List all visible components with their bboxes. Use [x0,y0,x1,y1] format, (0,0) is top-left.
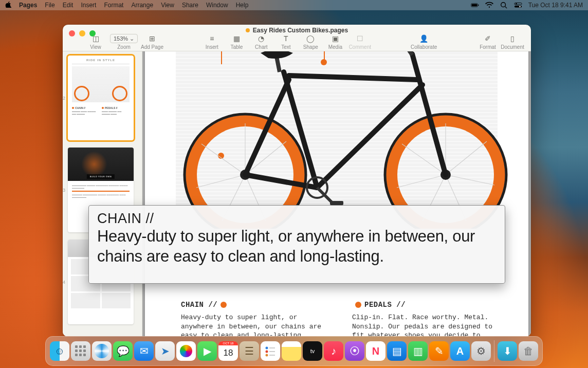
table-icon: ▦ [233,34,240,43]
svg-line-21 [446,141,487,175]
svg-rect-44 [79,349,82,352]
menu-format[interactable]: Format [104,2,123,9]
svg-rect-43 [75,349,78,352]
menu-share[interactable]: Share [182,2,198,9]
section-title: CHAIN // [181,301,217,309]
toolbar-text[interactable]: TText [273,34,298,50]
menu-window[interactable]: Window [206,2,228,9]
section-title: PEDALS // [364,301,406,309]
toolbar-zoom[interactable]: 153% ⌄Zoom [108,34,140,50]
zoom-value: 153% ⌄ [110,34,138,43]
dock-photos[interactable] [176,341,196,361]
spotlight-icon[interactable] [500,2,508,9]
dock-messages[interactable]: 💬 [113,341,133,361]
page-thumbnail-2[interactable]: RIDE IN STYLE CHAIN //▬▬▬▬ ▬▬▬ ▬▬▬▬ ▬▬ ▬… [68,56,134,140]
document-modified-icon [246,28,250,32]
svg-point-50 [266,351,268,353]
svg-rect-37 [330,201,343,205]
toolbar-media[interactable]: ▣Media [323,34,347,50]
svg-point-7 [516,3,517,4]
dock-calendar[interactable]: OCT 1818 [218,341,238,361]
bike-image[interactable] [176,51,498,229]
menu-app-name[interactable]: Pages [19,2,37,9]
section-body[interactable]: Heavy-duty to super light, or anywhere i… [181,313,326,337]
dock-pages[interactable]: ✎ [429,341,449,361]
svg-rect-47 [79,354,82,356]
control-center-icon[interactable] [514,2,522,9]
section-body[interactable]: Clip-in. Flat. Race worthy. Metal. Nonsl… [352,313,498,337]
pages-window: Easy Rides Custom Bikes.pages ◫View 153%… [63,25,531,337]
toolbar-format[interactable]: ✐Format [475,34,500,50]
svg-rect-45 [83,349,86,352]
document-icon: ▯ [510,34,514,43]
svg-rect-41 [79,345,82,348]
dock-launchpad[interactable] [71,341,90,361]
dock-safari[interactable] [92,341,112,361]
dock-facetime[interactable]: ▶ [197,341,217,361]
toolbar-table[interactable]: ▦Table [224,34,249,50]
calendar-day-label: 18 [224,348,233,358]
media-icon: ▣ [332,34,339,43]
apple-menu[interactable] [5,2,11,9]
chart-icon: ◔ [258,34,264,43]
thumb-number: 3 [63,188,65,193]
toolbar-view[interactable]: ◫View [83,34,108,50]
toolbar-document[interactable]: ▯Document [500,34,525,50]
svg-line-22 [446,175,494,185]
svg-line-25 [397,175,446,188]
wifi-icon[interactable] [485,2,493,9]
dock-finder[interactable]: ☺ [50,341,69,361]
svg-line-18 [196,175,245,188]
hover-text-title: CHAIN // [97,211,497,227]
menubar-clock[interactable]: Tue Oct 18 9:41 AM [528,2,583,9]
dock-news[interactable]: N [366,341,385,361]
menu-help[interactable]: Help [236,2,249,9]
menu-file[interactable]: File [45,2,54,9]
dock-mail[interactable]: ✉ [134,341,154,361]
menubar: Pages File Edit Insert Format Arrange Vi… [0,0,588,10]
brush-icon: ✐ [485,34,491,43]
svg-rect-2 [478,5,479,6]
menu-view[interactable]: View [161,2,174,9]
toolbar-shape[interactable]: ◯Shape [298,34,323,50]
svg-line-36 [317,188,333,203]
collaborate-icon: 👤 [419,34,428,43]
dock-reminders[interactable] [261,341,280,361]
svg-line-39 [405,51,412,55]
menu-arrange[interactable]: Arrange [131,2,153,9]
svg-line-19 [201,144,245,175]
dock-settings[interactable]: ⚙ [471,341,491,361]
dock-keynote[interactable]: ▤ [387,341,407,361]
toolbar-insert[interactable]: ≡Insert [199,34,224,50]
document-canvas[interactable]: CHAIN // Heavy-duty to super light, or a… [142,51,531,337]
dock-numbers[interactable]: ▥ [408,341,428,361]
dock-maps[interactable]: ➤ [155,341,175,361]
section-pedals[interactable]: PEDALS // Clip-in. Flat. Race worthy. Me… [352,301,498,337]
menu-edit[interactable]: Edit [63,2,74,9]
svg-rect-5 [514,3,522,5]
svg-line-32 [289,76,417,80]
dock-contacts[interactable]: ☰ [240,341,259,361]
dock-appstore[interactable]: A [450,341,470,361]
dock-tv[interactable]: tv [303,341,322,361]
dock-music[interactable]: ♪ [324,341,343,361]
insert-icon: ≡ [210,34,214,43]
toolbar-chart[interactable]: ◔Chart [249,34,273,50]
svg-rect-42 [83,345,86,348]
menu-insert[interactable]: Insert [81,2,96,9]
dock-trash[interactable]: 🗑 [519,341,538,361]
svg-rect-6 [514,6,522,8]
page-thumbnails-sidebar[interactable]: 2 RIDE IN STYLE CHAIN //▬▬▬▬ ▬▬▬ ▬▬▬▬ ▬▬… [63,51,142,337]
dock-podcasts[interactable]: ⦿ [345,341,364,361]
dock-separator [494,340,494,362]
svg-point-3 [501,3,505,7]
battery-icon[interactable] [471,2,479,9]
section-chain[interactable]: CHAIN // Heavy-duty to super light, or a… [181,301,326,337]
toolbar-add-page[interactable]: ⊞Add Page [140,34,164,50]
document-page[interactable]: CHAIN // Heavy-duty to super light, or a… [145,51,528,337]
bicycle-illustration [160,51,530,229]
dock-downloads[interactable]: ⬇ [498,341,517,361]
toolbar-collaborate[interactable]: 👤Collaborate [408,34,440,50]
bullet-icon [355,302,361,308]
dock-notes[interactable] [282,341,301,361]
